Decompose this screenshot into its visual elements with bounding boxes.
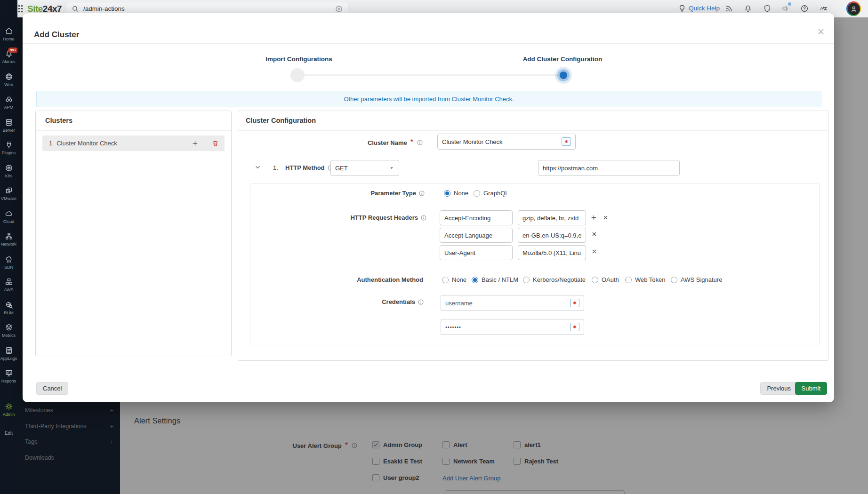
sidebar-item-plugins[interactable]: Plugins xyxy=(0,137,17,160)
authentication-method-label: Authentication Method xyxy=(238,276,423,283)
bell-icon[interactable] xyxy=(744,4,752,13)
config-panel-title: Cluster Configuration xyxy=(246,117,316,124)
radio[interactable] xyxy=(625,277,632,283)
auth-oauth[interactable]: OAuth xyxy=(592,276,619,283)
sidebar-item-sdn[interactable]: SDN xyxy=(0,251,17,274)
help-circle-icon[interactable] xyxy=(800,4,809,13)
zoho-icon[interactable] xyxy=(820,4,828,13)
sidebar-item-cloud[interactable]: Cloud xyxy=(0,205,17,228)
metrics-layers-icon xyxy=(5,323,13,332)
radio[interactable] xyxy=(671,277,677,283)
clusters-panel: Clusters 1 Cluster Monitor Check xyxy=(35,111,232,356)
variable-icon[interactable]: ✱ xyxy=(570,299,579,307)
add-cluster-icon[interactable] xyxy=(192,140,199,147)
sidebar-item-applogs[interactable]: AppLogs xyxy=(0,342,17,365)
auth-none[interactable]: None xyxy=(442,276,466,283)
http-request-headers-label: HTTP Request Headers xyxy=(238,214,427,221)
sidebar-item-aws[interactable]: AWS xyxy=(0,274,17,297)
parameter-type-label: Parameter Type xyxy=(238,190,425,197)
info-icon xyxy=(417,139,423,146)
kubernetes-icon xyxy=(5,164,13,172)
cluster-list-item[interactable]: 1 Cluster Monitor Check xyxy=(42,135,225,151)
parameter-type-graphql[interactable]: GraphQL xyxy=(474,190,508,197)
radio-selected[interactable] xyxy=(444,190,450,197)
info-icon xyxy=(420,215,427,221)
radio[interactable] xyxy=(442,277,449,283)
cluster-name-input[interactable]: Cluster Monitor Check ✱ xyxy=(437,134,576,150)
panel-divider xyxy=(238,130,828,131)
bulb-icon xyxy=(678,4,686,13)
radio[interactable] xyxy=(592,277,598,283)
auth-basic-ntlm[interactable]: Basic / NTLM xyxy=(472,276,518,283)
header-value-input[interactable]: Mozilla/5.0 (X11; Linux x xyxy=(518,245,586,260)
aws-icon xyxy=(5,278,13,286)
site24x7-logo[interactable]: Site24x7 xyxy=(27,4,62,14)
sidebar-item-home[interactable]: Home xyxy=(0,23,17,46)
header-value-input[interactable]: gzip, deflate, br, zstd xyxy=(518,210,586,225)
add-header-icon[interactable] xyxy=(590,214,597,221)
sidebar-item-k8s[interactable]: K8s xyxy=(0,159,17,183)
auth-aws-signature[interactable]: AWS Signature xyxy=(671,276,722,283)
sidebar-item-admin[interactable]: Admin xyxy=(0,400,17,419)
vmware-icon xyxy=(5,186,13,195)
header-key-input[interactable]: Accept-Language xyxy=(440,228,513,243)
remove-header-icon[interactable] xyxy=(603,215,609,221)
submit-button[interactable]: Submit xyxy=(795,382,827,395)
remove-header-icon[interactable] xyxy=(591,248,597,255)
header-value-input[interactable]: en-GB,en-US;q=0.9,en; xyxy=(518,228,586,243)
step-index: 1. xyxy=(273,164,278,171)
sidebar-item-alarms[interactable]: Alarms99+ xyxy=(0,46,17,69)
caret-down-icon xyxy=(389,165,394,171)
sidebar-item-rum[interactable]: RUM xyxy=(0,296,17,319)
home-icon xyxy=(5,27,13,35)
header-key-input[interactable]: Accept-Encoding xyxy=(440,210,513,225)
sidebar-item-metrics[interactable]: Metrics xyxy=(0,319,17,343)
rss-icon[interactable] xyxy=(725,4,733,13)
quick-help-link[interactable]: Quick Help xyxy=(689,5,720,12)
info-banner: Other parameters will be imported from C… xyxy=(36,91,821,107)
step-add-cluster-configuration: Add Cluster Configuration xyxy=(506,56,619,63)
stepper-track xyxy=(297,74,563,76)
credentials-label: Credentials xyxy=(238,298,424,305)
remove-header-icon[interactable] xyxy=(591,231,597,237)
username-input[interactable]: username ✱ xyxy=(441,295,584,311)
panel-divider xyxy=(36,130,231,131)
password-input[interactable]: ••••••• ✱ xyxy=(441,319,584,335)
search-input[interactable]: /admin-actions xyxy=(83,5,331,12)
sidebar-item-vmware[interactable]: VMware xyxy=(0,183,17,206)
main-sidebar: Home Alarms99+ Web APM Server Plugins K8… xyxy=(0,0,17,494)
variable-icon[interactable]: ✱ xyxy=(562,137,571,146)
user-avatar[interactable] xyxy=(846,1,861,16)
auth-web-token[interactable]: Web Token xyxy=(625,276,666,283)
header-key-input[interactable]: User-Agent xyxy=(440,245,513,260)
dialog-title: Add Cluster xyxy=(34,30,79,40)
sidebar-item-apm[interactable]: APM xyxy=(0,91,17,114)
auth-kerberos[interactable]: Kerberos/Negotiate xyxy=(523,276,586,283)
chevron-down-icon[interactable] xyxy=(254,164,261,171)
info-icon xyxy=(418,190,425,197)
binoculars-icon xyxy=(5,95,13,104)
globe-icon xyxy=(5,72,13,81)
radio[interactable] xyxy=(523,277,530,283)
sidebar-item-edit[interactable]: Edit xyxy=(0,428,17,437)
parameter-type-none[interactable]: None xyxy=(444,190,468,197)
cancel-button[interactable]: Cancel xyxy=(36,382,68,395)
previous-button[interactable]: Previous xyxy=(760,382,797,395)
search-clear-icon[interactable] xyxy=(335,5,343,13)
sidebar-item-reports[interactable]: Reports xyxy=(0,365,17,388)
variable-icon[interactable]: ✱ xyxy=(570,323,579,331)
http-method-select[interactable]: GET xyxy=(330,160,399,176)
radio-selected[interactable] xyxy=(472,277,478,283)
clusters-panel-title: Clusters xyxy=(45,117,72,124)
close-icon[interactable]: ✕ xyxy=(817,27,825,36)
sidebar-item-web[interactable]: Web xyxy=(0,68,17,91)
sidebar-item-server[interactable]: Server xyxy=(0,114,17,137)
cluster-name: Cluster Monitor Check xyxy=(56,140,192,147)
applogs-icon xyxy=(5,346,13,355)
step-dot-inactive xyxy=(290,68,305,82)
shield-icon[interactable] xyxy=(763,4,772,13)
url-input[interactable]: https://postman.com xyxy=(538,160,680,176)
radio[interactable] xyxy=(474,190,480,197)
delete-cluster-icon[interactable] xyxy=(212,140,219,147)
sidebar-item-network[interactable]: Network xyxy=(0,228,17,251)
